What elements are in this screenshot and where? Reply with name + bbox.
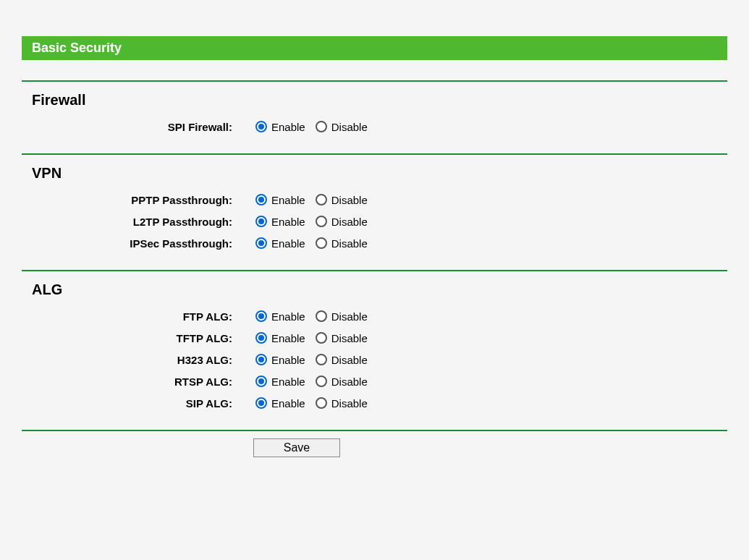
radio-ftp-disable[interactable]: [316, 310, 327, 322]
radio-ipsec-enable[interactable]: [255, 237, 267, 249]
radio-sip-enable[interactable]: [255, 397, 267, 409]
radio-l2tp-disable[interactable]: [316, 216, 327, 227]
radio-label-disable: Disable: [331, 121, 368, 133]
page-title: Basic Security: [22, 36, 727, 60]
row-l2tp: L2TP Passthrough: Enable Disable: [22, 211, 727, 232]
label-pptp: PPTP Passthrough:: [22, 194, 235, 206]
radio-label-disable: Disable: [331, 332, 368, 344]
radio-label-disable: Disable: [331, 397, 368, 410]
radio-label-enable: Enable: [271, 121, 305, 133]
radio-h323-enable[interactable]: [255, 354, 267, 365]
radio-label-enable: Enable: [271, 216, 305, 228]
row-tftp: TFTP ALG: Enable Disable: [22, 327, 727, 349]
radio-label-enable: Enable: [271, 397, 305, 410]
radio-pptp-enable[interactable]: [255, 194, 267, 205]
radio-label-disable: Disable: [331, 237, 368, 250]
label-ftp: FTP ALG:: [22, 310, 235, 323]
radio-label-disable: Disable: [331, 354, 368, 366]
label-spi-firewall: SPI Firewall:: [22, 121, 235, 133]
label-sip: SIP ALG:: [22, 397, 235, 410]
radio-label-enable: Enable: [271, 332, 305, 344]
radio-rtsp-enable[interactable]: [255, 376, 267, 387]
radio-label-disable: Disable: [331, 310, 368, 323]
radio-tftp-enable[interactable]: [255, 332, 267, 344]
radio-rtsp-disable[interactable]: [316, 376, 327, 387]
radio-label-enable: Enable: [271, 310, 305, 323]
row-rtsp: RTSP ALG: Enable Disable: [22, 370, 727, 392]
row-ipsec: IPSec Passthrough: Enable Disable: [22, 232, 727, 254]
label-l2tp: L2TP Passthrough:: [22, 216, 235, 228]
radio-sip-disable[interactable]: [316, 397, 327, 409]
row-ftp: FTP ALG: Enable Disable: [22, 305, 727, 327]
row-sip: SIP ALG: Enable Disable: [22, 392, 727, 414]
section-title-alg: ALG: [22, 271, 727, 305]
radio-label-enable: Enable: [271, 354, 305, 366]
radio-ftp-enable[interactable]: [255, 310, 267, 322]
radio-label-enable: Enable: [271, 376, 305, 388]
radio-pptp-disable[interactable]: [316, 194, 327, 205]
section-title-firewall: Firewall: [22, 82, 727, 116]
label-h323: H323 ALG:: [22, 354, 235, 366]
radio-ipsec-disable[interactable]: [316, 237, 327, 249]
radio-label-disable: Disable: [331, 194, 368, 206]
radio-label-enable: Enable: [271, 194, 305, 206]
radio-spi-firewall-disable[interactable]: [316, 121, 327, 132]
radio-label-disable: Disable: [331, 376, 368, 388]
row-pptp: PPTP Passthrough: Enable Disable: [22, 189, 727, 211]
row-h323: H323 ALG: Enable Disable: [22, 349, 727, 370]
section-title-vpn: VPN: [22, 155, 727, 189]
label-tftp: TFTP ALG:: [22, 332, 235, 344]
radio-tftp-disable[interactable]: [316, 332, 327, 344]
label-ipsec: IPSec Passthrough:: [22, 237, 235, 250]
radio-label-disable: Disable: [331, 216, 368, 228]
radio-label-enable: Enable: [271, 237, 305, 250]
label-rtsp: RTSP ALG:: [22, 376, 235, 388]
radio-spi-firewall-enable[interactable]: [255, 121, 267, 132]
radio-h323-disable[interactable]: [316, 354, 327, 365]
radio-l2tp-enable[interactable]: [255, 216, 267, 227]
row-spi-firewall: SPI Firewall: Enable Disable: [22, 116, 727, 137]
save-button[interactable]: Save: [253, 438, 340, 457]
